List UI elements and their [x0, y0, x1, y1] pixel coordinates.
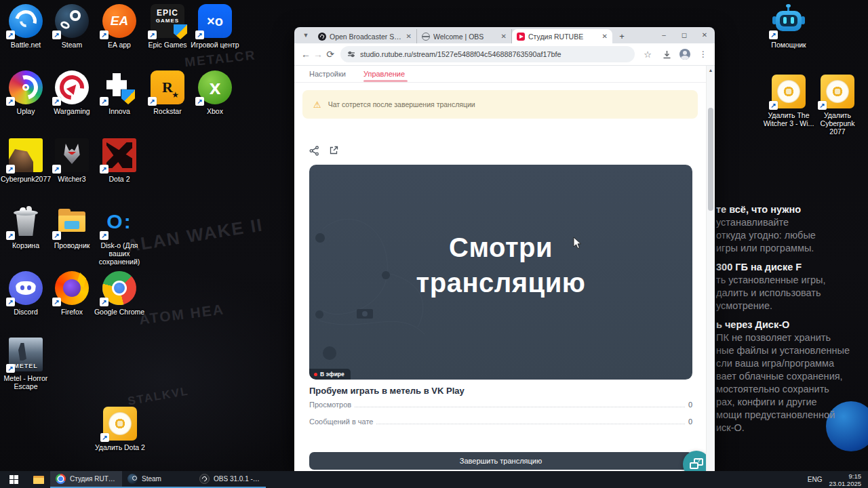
- warning-text: Чат сотрется после завершения трансляции: [328, 100, 475, 108]
- open-in-new-icon[interactable]: [329, 146, 338, 156]
- taskbar-explorer-button[interactable]: [27, 471, 50, 488]
- shortcut-arrow-badge: ↗: [100, 298, 108, 306]
- desktop-icon-label: Удалить The Witcher 3 - Wi...: [763, 111, 814, 127]
- page-tab-active[interactable]: Управление: [363, 70, 405, 82]
- scrollbar-thumb[interactable]: [708, 108, 713, 211]
- desktop-icon-disc[interactable]: ↗Удалить The Witcher 3 - Wi...: [763, 75, 814, 127]
- tab-close-icon[interactable]: ✕: [501, 33, 507, 40]
- desktop-icon-disc[interactable]: ↗Удалить Dota 2: [94, 407, 146, 451]
- warning-icon: ⚠: [313, 100, 321, 109]
- tab-search-chevron-icon[interactable]: ▼: [298, 28, 313, 42]
- tab-title: Open Broadcaster Software |: [330, 33, 403, 41]
- xbox-icon: x↗: [198, 70, 232, 104]
- wargaming-icon: ↗: [55, 70, 89, 104]
- taskbar-app-chrome[interactable]: Студия RUTUBE - G...: [50, 471, 122, 488]
- reload-button[interactable]: ⟳: [324, 46, 336, 62]
- browser-tab-3[interactable]: Студия RUTUBE✕: [512, 29, 612, 43]
- promo-line: далить и использовать: [716, 287, 868, 300]
- dotted-leader: [355, 407, 685, 407]
- shortcut-arrow-badge: ↗: [6, 97, 15, 106]
- forward-button[interactable]: →: [312, 46, 324, 62]
- share-icon[interactable]: [309, 146, 319, 156]
- profile-avatar-icon[interactable]: [679, 49, 690, 60]
- desktop-icon-cyberpunk[interactable]: ↗Cyberpunk2077: [0, 138, 52, 183]
- desktop-icon-firefox[interactable]: ↗Firefox: [46, 271, 98, 316]
- preview-headline: Смотри трансляцию: [309, 230, 692, 300]
- stream-title: Пробуем играть в метель в VK Play: [309, 386, 465, 396]
- desktop-icon-metel[interactable]: METEL↗Metel - Horror Escape: [0, 338, 52, 390]
- desktop-icon-label: Disk-о (Для ваших сохранений): [94, 241, 145, 266]
- desktop-icon-label: Witcher3: [46, 175, 98, 183]
- new-tab-button[interactable]: +: [615, 29, 629, 43]
- desktop-icon-label: Dota 2: [94, 175, 145, 183]
- tab-close-icon[interactable]: ✕: [406, 33, 412, 40]
- desktop-icon-witcher[interactable]: ↗Witcher3: [46, 138, 98, 183]
- mouse-cursor: [573, 237, 582, 252]
- desktop-icon-label: Firefox: [46, 308, 98, 316]
- desktop-icon-disko[interactable]: O:↗Disk-о (Для ваших сохранений): [94, 205, 145, 266]
- desktop-icon-uplay[interactable]: ↗Uplay: [0, 70, 52, 115]
- taskbar-app-obs[interactable]: OBS 31.0.1 - Проф...: [194, 471, 266, 488]
- desktop-icon-label: Metel - Horror Escape: [0, 374, 52, 390]
- promo-line: ПК не позволяет хранить: [716, 331, 868, 344]
- desktop-icon-discord[interactable]: ↗Discord: [0, 271, 52, 316]
- shortcut-arrow-badge: ↗: [148, 97, 157, 106]
- desktop-icon-wargaming[interactable]: ↗Wargaming: [46, 70, 98, 115]
- desktop-icon-xbox[interactable]: x↗Xbox: [189, 70, 241, 115]
- maximize-button[interactable]: ◻: [674, 27, 694, 42]
- desktop-icon-label: Удалить Cyberpunk 2077: [812, 111, 863, 136]
- desktop-icon-innova[interactable]: ↗Innova: [94, 70, 145, 115]
- stream-preview[interactable]: Смотри трансляцию В эфире: [309, 165, 692, 380]
- promo-line: ь через Диск-О: [716, 319, 868, 331]
- site-info-icon[interactable]: [347, 50, 355, 58]
- desktop-icon-robot[interactable]: ↗Помощник: [763, 4, 814, 49]
- downloads-icon[interactable]: [660, 48, 673, 60]
- tab-close-icon[interactable]: ✕: [602, 33, 608, 40]
- obs-taskbar-icon: [199, 474, 210, 484]
- browser-tab-2[interactable]: Welcome | OBS✕: [417, 29, 512, 43]
- windows-logo-icon: [9, 475, 18, 484]
- page-scrollbar[interactable]: ▲: [706, 66, 715, 471]
- browser-tab-1[interactable]: Open Broadcaster Software |✕: [313, 29, 417, 43]
- promo-line: усмотрение.: [716, 300, 868, 312]
- taskbar-app-steam[interactable]: Steam: [122, 471, 194, 488]
- close-button[interactable]: ✕: [694, 27, 715, 42]
- desktop-icon-folder[interactable]: ↗Проводник: [46, 205, 98, 249]
- language-indicator[interactable]: ENG: [801, 471, 829, 488]
- desktop-icon-chrome[interactable]: ↗Google Chrome: [94, 271, 145, 316]
- promo-line: мощи предустановленной: [716, 409, 868, 422]
- uplay-icon: ↗: [9, 70, 43, 104]
- warning-banner: ⚠ Чат сотрется после завершения трансляц…: [302, 90, 698, 119]
- desktop-icon-ea[interactable]: EA↗EA app: [94, 4, 145, 49]
- shortcut-arrow-badge: ↗: [100, 30, 108, 39]
- explorer-icon: [33, 476, 44, 484]
- shortcut-arrow-badge: ↗: [52, 97, 61, 106]
- page-tab-inactive[interactable]: Настройки: [309, 70, 346, 82]
- obs-favicon-icon: [318, 33, 326, 41]
- desktop-icon-dota2[interactable]: ↗Dota 2: [94, 138, 145, 183]
- stat-row: Сообщений в чате0: [309, 418, 692, 434]
- desktop-icon-steam[interactable]: ↗Steam: [46, 4, 98, 49]
- end-stream-button[interactable]: Завершить трансляцию: [309, 452, 692, 470]
- start-button[interactable]: [0, 471, 27, 488]
- promo-line: устанавливайте: [716, 216, 868, 229]
- back-button[interactable]: ←: [300, 46, 312, 62]
- stat-value: 0: [688, 401, 692, 409]
- shortcut-arrow-badge: ↗: [6, 231, 15, 240]
- desktop-icon-battlenet[interactable]: ↗Battle.net: [0, 4, 52, 49]
- desktop-icon-disc[interactable]: ↗Удалить Cyberpunk 2077: [812, 75, 863, 136]
- page-tabs: НастройкиУправление: [294, 66, 715, 82]
- scrollbar-up-arrow[interactable]: ▲: [707, 68, 715, 73]
- desktop-icon-vkplay[interactable]: ×o↗Игровой центр: [189, 4, 241, 49]
- minimize-button[interactable]: –: [654, 27, 674, 42]
- shortcut-arrow-badge: ↗: [52, 30, 61, 39]
- desktop-icon-epic[interactable]: EPICGAMES↗Epic Games: [142, 4, 193, 49]
- kebab-menu-icon[interactable]: ⋮: [697, 48, 709, 60]
- desktop-icon-rockstar[interactable]: R★↗Rockstar: [142, 70, 193, 115]
- address-bar[interactable]: studio.rutube.ru/stream/1527e5488f04c546…: [340, 46, 635, 62]
- bookmark-star-icon[interactable]: ☆: [642, 48, 654, 60]
- desktop-icon-bin[interactable]: ↗Корзина: [0, 205, 52, 249]
- desktop-icon-label: Battle.net: [0, 41, 52, 49]
- taskbar-clock[interactable]: 9:15 23.01.2025: [829, 471, 868, 488]
- clock-date: 23.01.2025: [829, 480, 861, 487]
